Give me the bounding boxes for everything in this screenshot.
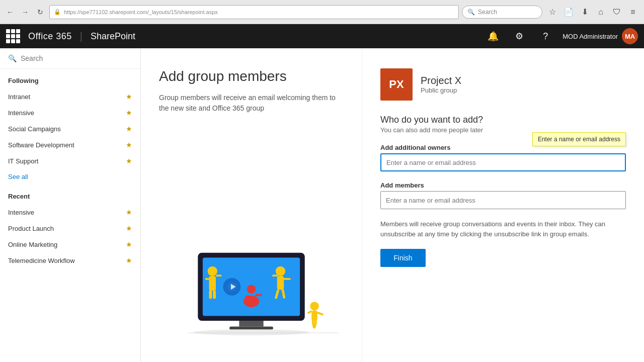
notifications-button[interactable]: 🔔 <box>484 27 502 45</box>
url-text: https://spe771102.sharepoint.com/_layout… <box>64 9 218 15</box>
modal-title: Add group members <box>159 68 344 84</box>
add-members-input[interactable] <box>380 191 626 209</box>
svg-point-5 <box>208 266 217 276</box>
svg-rect-25 <box>311 311 317 321</box>
star-icon-social: ★ <box>126 125 132 133</box>
sidebar-item-software-development[interactable]: Software Development ★ <box>0 137 140 153</box>
brand-label: Office 365 <box>28 31 72 42</box>
svg-rect-7 <box>205 278 211 280</box>
svg-rect-16 <box>277 276 284 290</box>
finish-button[interactable]: Finish <box>380 249 426 267</box>
help-button[interactable]: ? <box>536 27 554 45</box>
star-icon-tele: ★ <box>126 256 132 264</box>
add-members-wrapper <box>380 191 626 209</box>
star-icon-intensive: ★ <box>126 109 132 117</box>
modal-overlay: Add group members Group members will rec… <box>141 48 644 362</box>
svg-rect-8 <box>216 275 222 277</box>
star-icon-product: ★ <box>126 224 132 232</box>
refresh-button[interactable]: ↻ <box>34 6 46 18</box>
star-icon-it: ★ <box>126 157 132 165</box>
top-nav: Office 365 | SharePoint 🔔 ⚙ ? MOD Admini… <box>0 24 644 48</box>
modal-actions: Finish <box>380 249 626 267</box>
sidebar-item-telemedicine[interactable]: Telemedicine Workflow ★ <box>0 252 140 268</box>
sidebar-item-online-marketing[interactable]: Online Marketing ★ <box>0 236 140 252</box>
content-area: + C... Fre... Add group members Group me… <box>141 48 644 362</box>
search-icon: 🔍 <box>467 9 475 16</box>
svg-rect-4 <box>229 327 273 330</box>
product-label: SharePoint <box>91 31 135 42</box>
additional-owners-wrapper: Enter a name or email address <box>380 153 626 171</box>
tooltip: Enter a name or email address <box>532 132 626 146</box>
browser-bar: ← → ↻ 🔒 https://spe771102.sharepoint.com… <box>0 0 644 24</box>
sidebar-item-intranet[interactable]: Intranet ★ <box>0 88 140 105</box>
svg-rect-10 <box>213 290 216 299</box>
additional-owners-input[interactable] <box>380 153 626 171</box>
nav-separator: | <box>80 31 83 42</box>
illustration-svg <box>159 241 344 342</box>
who-add-title: Who do you want to add? <box>380 115 626 125</box>
user-name-label: MOD Administrator <box>562 33 618 40</box>
project-type: Public group <box>421 86 461 94</box>
modal-illustration <box>159 122 344 342</box>
svg-point-24 <box>310 302 318 310</box>
browser-search-text: Search <box>478 9 497 16</box>
sidebar-search-bar[interactable]: 🔍 <box>0 48 140 69</box>
user-menu[interactable]: MOD Administrator MA <box>562 28 638 44</box>
project-name: Project X <box>421 75 461 86</box>
svg-rect-18 <box>283 278 290 280</box>
svg-rect-27 <box>317 312 324 316</box>
additional-owners-field: Add additional owners Enter a name or em… <box>380 144 626 171</box>
modal-left-panel: Add group members Group members will rec… <box>141 48 362 362</box>
shield-icon[interactable]: 🛡 <box>610 5 624 19</box>
following-section-title: Following <box>0 69 140 88</box>
svg-rect-3 <box>239 321 263 327</box>
bookmark-icon[interactable]: ☆ <box>545 5 559 19</box>
project-card: PX Project X Public group <box>380 68 626 101</box>
star-icon-online: ★ <box>126 240 132 248</box>
reader-icon[interactable]: 📄 <box>561 5 576 19</box>
sidebar: 🔍 Following Intranet ★ Intensive ★ Socia… <box>0 48 141 362</box>
members-note: Members will receive group conversations… <box>380 219 626 239</box>
modal-right-panel: PX Project X Public group Who do you wan… <box>362 48 644 362</box>
lock-icon: 🔒 <box>54 9 61 15</box>
svg-point-31 <box>193 329 310 335</box>
home-icon[interactable]: ⌂ <box>594 5 608 19</box>
sidebar-search-input[interactable] <box>21 54 132 62</box>
modal-subtitle: Group members will receive an email welc… <box>159 93 344 114</box>
who-add-section: Who do you want to add? You can also add… <box>380 115 626 134</box>
browser-search[interactable]: 🔍 Search <box>462 6 542 19</box>
download-icon[interactable]: ⬇ <box>578 5 592 19</box>
project-info: Project X Public group <box>421 75 461 94</box>
sidebar-item-intensive[interactable]: Intensive ★ <box>0 105 140 121</box>
sidebar-search-icon: 🔍 <box>8 54 17 62</box>
star-icon-software: ★ <box>126 141 132 149</box>
recent-section-title: Recent <box>0 185 140 204</box>
forward-button[interactable]: → <box>19 6 31 18</box>
project-icon: PX <box>380 68 413 101</box>
browser-right-icons: ☆ 📄 ⬇ ⌂ 🛡 ≡ <box>545 5 640 19</box>
main-layout: 🔍 Following Intranet ★ Intensive ★ Socia… <box>0 48 644 362</box>
svg-rect-14 <box>255 294 262 296</box>
avatar: MA <box>622 28 638 44</box>
svg-rect-9 <box>209 290 212 299</box>
sidebar-item-intensive-recent[interactable]: Intensive ★ <box>0 204 140 220</box>
url-bar[interactable]: 🔒 https://spe771102.sharepoint.com/_layo… <box>49 5 459 19</box>
back-button[interactable]: ← <box>4 6 16 18</box>
add-members-label: Add members <box>380 182 626 189</box>
sidebar-item-product-launch[interactable]: Product Launch ★ <box>0 220 140 236</box>
add-members-field: Add members <box>380 182 626 209</box>
svg-rect-13 <box>246 296 251 298</box>
see-all-link[interactable]: See all <box>0 169 140 185</box>
svg-rect-17 <box>272 275 278 277</box>
star-icon-intranet: ★ <box>126 93 132 101</box>
sidebar-item-it-support[interactable]: IT Support ★ <box>0 153 140 169</box>
waffle-icon[interactable] <box>6 29 20 43</box>
svg-point-11 <box>247 285 256 293</box>
sidebar-item-social-campaigns[interactable]: Social Campaigns ★ <box>0 121 140 137</box>
menu-icon[interactable]: ≡ <box>626 5 640 19</box>
settings-button[interactable]: ⚙ <box>510 27 528 45</box>
star-icon-intensive-r: ★ <box>126 208 132 216</box>
